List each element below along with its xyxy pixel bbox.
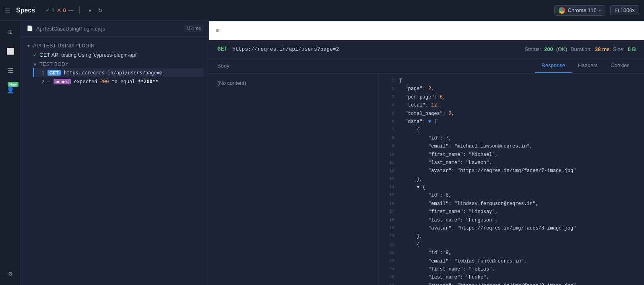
fail-badge: ✕ 0 — [57, 7, 66, 13]
size-label: Size: — [613, 46, 625, 52]
status-area: Status: 200 (OK) Duration: 38 ms Size: 0… — [525, 46, 636, 52]
menu-icon[interactable]: ☰ — [5, 6, 10, 14]
json-line: 23 "email": "tobias.funke@reqres.in", — [378, 257, 644, 265]
body-left: (No content) — [209, 74, 378, 285]
test-panel: 📄 ApiTestCaseUsingPlugin.cy.js 151ms ▼ A… — [21, 21, 209, 285]
duration-label: Duration: — [570, 46, 592, 52]
test-duration: 151ms — [184, 25, 203, 32]
duration-val: 38 ms — [595, 46, 610, 52]
json-line: 5 "total_pages": 2, — [378, 110, 644, 118]
tab-response[interactable]: Response — [535, 58, 572, 73]
test-case[interactable]: ✓ GET API testing Using 'cypress-plugin-… — [27, 50, 203, 59]
main-content: ⊞ ⬜ ☰ 👤 New ⚙ 📄 ApiTestCaseUsingPlugin.c… — [0, 21, 644, 285]
json-line: 9 "email": "michael.lawson@reqres.in", — [378, 142, 644, 150]
test-panel-header: 📄 ApiTestCaseUsingPlugin.cy.js 151ms — [21, 21, 209, 37]
refresh-button[interactable]: ↻ — [96, 6, 104, 15]
body-label: Body — [217, 59, 229, 73]
suite-title: API Test Using Plugin — [33, 43, 95, 49]
active-bar — [33, 68, 34, 77]
pass-badge: ✓ 1 — [45, 7, 54, 13]
suite-item: ▼ API Test Using Plugin ✓ GET API testin… — [21, 40, 209, 88]
status-text: (OK) — [556, 46, 567, 52]
browser-label: Chrome 110 — [568, 7, 597, 13]
no-content-label: (No content) — [217, 80, 246, 86]
status-label: Status: — [525, 46, 541, 52]
person-icon: 👤 — [6, 86, 14, 94]
target-icon: ⊕ — [216, 27, 220, 35]
browser-icon: ⬜ — [6, 47, 14, 55]
tab-cookies[interactable]: Cookies — [604, 58, 636, 73]
test-tree: ▼ API Test Using Plugin ✓ GET API testin… — [21, 37, 209, 285]
controls: ▾ ↻ — [87, 6, 104, 15]
api-tabs: Body Response Headers Cookies — [209, 58, 644, 74]
api-display: GET https://reqres.in/api/users?page=2 S… — [209, 40, 644, 285]
file-icon: 📄 — [27, 25, 33, 32]
sub-suite: ▼ TEST BODY 1 GET https://reqres.in/api/… — [27, 59, 203, 87]
assert-badge: assert — [54, 79, 70, 84]
json-line: 8 "id": 7, — [378, 134, 644, 142]
test-badges: ✓ 1 ✕ 0 — ▾ ↻ — [45, 6, 104, 15]
json-line: 25 "last_name": "Funke", — [378, 273, 644, 281]
json-line: 26 "avatar": "https://reqres.in/img/face… — [378, 282, 644, 285]
sidebar-icon-list[interactable]: ☰ — [4, 64, 17, 77]
step-assert-text: expected 200 to equal **200** — [74, 79, 159, 84]
step-minus: – — [47, 79, 50, 84]
sidebar-icon-grid[interactable]: ⊞ — [4, 26, 17, 39]
check-icon: ✓ — [45, 7, 50, 13]
sidebar-icon-browser[interactable]: ⬜ — [4, 45, 17, 58]
size-val: 0 B — [628, 46, 636, 52]
json-line: 24 "first_name": "Tobias", — [378, 265, 644, 273]
step-num-2: 2 — [36, 79, 44, 84]
sidebar-icon-settings[interactable]: ⚙ — [4, 267, 17, 280]
step-num-1: 1 — [36, 70, 44, 76]
json-line: 12 "avatar": "https://reqres.in/img/face… — [378, 167, 644, 175]
method-badge: GET — [217, 46, 227, 52]
sidebar-icon-person[interactable]: 👤 New — [4, 84, 17, 96]
json-viewer[interactable]: 1{2 "page": 2,3 "per_page": 6,4 "total":… — [378, 74, 644, 285]
divider — [79, 6, 80, 14]
list-icon: ☰ — [8, 67, 13, 75]
json-line: 19 "avatar": "https://reqres.in/img/face… — [378, 224, 644, 232]
test-body-label: TEST BODY — [39, 62, 68, 67]
step-url: https://reqres.in/api/users?page=2 — [64, 70, 163, 76]
suite-header: ▼ API Test Using Plugin — [27, 41, 203, 50]
resolution-icon: ⊡ — [615, 7, 619, 13]
top-bar-right: Chrome 110 ▾ ⊡ 1000x — [554, 5, 639, 16]
step-2[interactable]: 2 – assert expected 200 to equal **200** — [33, 77, 203, 86]
file-name: ApiTestCaseUsingPlugin.cy.js — [36, 26, 181, 32]
new-badge: New — [8, 82, 19, 87]
step-1[interactable]: 1 GET https://reqres.in/api/users?page=2 — [33, 68, 203, 77]
get-badge: GET — [47, 70, 61, 76]
json-line: 16 "email": "lindsay.ferguson@reqres.in"… — [378, 200, 644, 208]
preview-content: GET https://reqres.in/api/users?page=2 S… — [209, 40, 644, 285]
json-line: 22 "id": 9, — [378, 249, 644, 257]
json-line: 4 "total": 12, — [378, 101, 644, 109]
left-sidebar: ⊞ ⬜ ☰ 👤 New ⚙ — [0, 21, 21, 285]
status-code: 200 — [544, 46, 553, 52]
json-line: 17 "first_name": "Lindsay", — [378, 208, 644, 216]
chevron-down-button[interactable]: ▾ — [87, 6, 93, 15]
preview-pane: ⊕ GET https://reqres.in/api/users?page=2… — [209, 21, 644, 285]
resolution-badge: ⊡ 1000x — [610, 5, 639, 15]
json-line: 3 "per_page": 6, — [378, 93, 644, 101]
chrome-icon — [559, 7, 565, 14]
dash-icon: — — [68, 7, 74, 13]
json-line: 2 "page": 2, — [378, 85, 644, 93]
json-line: 1{ — [378, 77, 644, 85]
url-bar: ⊕ — [209, 21, 644, 40]
json-line: 20 }, — [378, 232, 644, 240]
top-bar: ☰ Specs ✓ 1 ✕ 0 — ▾ ↻ Chrome 110 — [0, 0, 644, 21]
api-header: GET https://reqres.in/api/users?page=2 S… — [209, 40, 644, 58]
browser-badge[interactable]: Chrome 110 ▾ — [554, 5, 605, 16]
json-line: 13 }, — [378, 175, 644, 183]
json-line: 18 "last_name": "Ferguson", — [378, 216, 644, 224]
tab-headers[interactable]: Headers — [572, 58, 604, 73]
json-line: 6 "data": ▼ [ — [378, 118, 644, 126]
test-case-label: GET API testing Using 'cypress-plugin-ap… — [39, 52, 137, 58]
chevron-down-icon: ▾ — [599, 8, 601, 12]
api-url: https://reqres.in/api/users?page=2 — [232, 46, 339, 52]
top-bar-left: ☰ Specs ✓ 1 ✕ 0 — ▾ ↻ — [5, 6, 104, 15]
pending-badge: — — [68, 7, 75, 13]
specs-title: Specs — [16, 7, 35, 14]
sub-chevron-icon: ▼ — [33, 62, 37, 67]
